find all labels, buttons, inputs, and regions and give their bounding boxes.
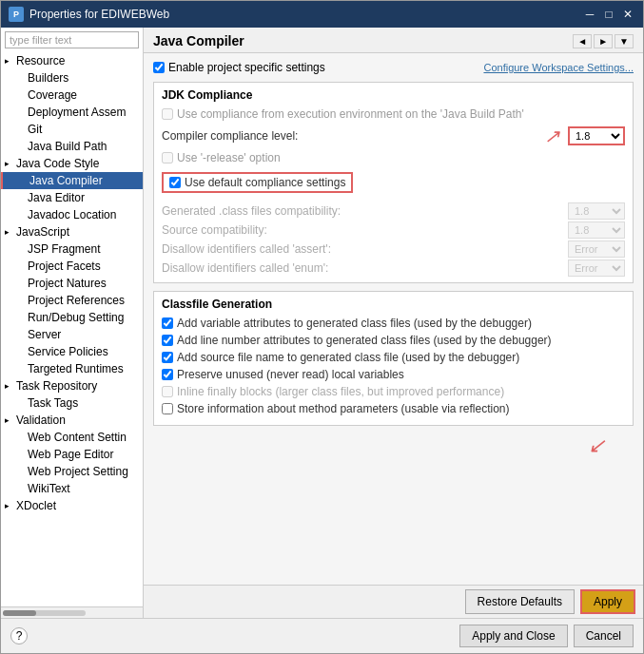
- store-info-checkbox[interactable]: [162, 403, 173, 414]
- generated-dropdown[interactable]: 1.8: [568, 202, 625, 220]
- use-release-checkbox[interactable]: [162, 152, 173, 164]
- restore-defaults-button[interactable]: Restore Defaults: [465, 589, 575, 614]
- window-icon: P: [9, 7, 24, 22]
- apply-button[interactable]: Apply: [580, 589, 635, 614]
- sidebar-item-label: Web Content Settin: [28, 431, 127, 444]
- sidebar-item-java-editor[interactable]: Java Editor: [1, 189, 143, 206]
- sidebar-item-task-tags[interactable]: Task Tags: [1, 394, 143, 412]
- disallow-enum-label: Disallow identifiers called 'enum':: [162, 260, 560, 277]
- minimize-button[interactable]: ─: [582, 7, 597, 22]
- back-button[interactable]: ◄: [573, 34, 592, 48]
- content-header: Java Compiler ◄ ► ▼: [144, 28, 643, 53]
- enable-row: Enable project specific settings Configu…: [153, 61, 634, 74]
- window-controls: ─ □ ✕: [582, 7, 635, 22]
- chevron-icon: ▸: [5, 501, 14, 510]
- sidebar-item-label: JavaScript: [16, 225, 69, 239]
- use-default-compliance-row: Use default compliance settings: [162, 172, 353, 193]
- classfile-title: Classfile Generation: [162, 298, 625, 311]
- add-line-checkbox[interactable]: [162, 335, 173, 346]
- use-compliance-row: Use compliance from execution environmen…: [162, 107, 625, 121]
- sidebar-item-label: WikiText: [28, 482, 70, 495]
- add-variable-label: Add variable attributes to generated cla…: [177, 317, 532, 330]
- add-source-checkbox[interactable]: [162, 352, 173, 363]
- sidebar-item-builders[interactable]: Builders: [1, 69, 143, 87]
- jdk-compliance-section: JDK Compliance Use compliance from execu…: [153, 82, 634, 283]
- generated-label: Generated .class files compatibility:: [162, 202, 560, 220]
- source-dropdown[interactable]: 1.8: [568, 221, 625, 239]
- sidebar-item-java-code-style[interactable]: ▸ Java Code Style: [1, 155, 143, 172]
- configure-workspace-link[interactable]: Configure Workspace Settings...: [483, 62, 634, 73]
- sidebar-item-jsp-fragment[interactable]: JSP Fragment: [1, 240, 143, 258]
- cancel-button[interactable]: Cancel: [574, 625, 634, 647]
- sidebar-item-validation[interactable]: ▸ Validation: [1, 412, 143, 429]
- enable-specific-checkbox[interactable]: [153, 62, 165, 73]
- sidebar-item-web-project-setting[interactable]: Web Project Setting: [1, 463, 143, 480]
- sidebar-item-label: Javadoc Location: [28, 208, 116, 221]
- add-variable-checkbox[interactable]: [162, 317, 173, 329]
- sidebar-item-git[interactable]: Git: [1, 121, 143, 138]
- filter-input[interactable]: [5, 31, 139, 48]
- footer-buttons: Apply and Close Cancel: [459, 625, 634, 647]
- sidebar-item-service-policies[interactable]: Service Policies: [1, 343, 143, 360]
- sidebar-item-server[interactable]: Server: [1, 326, 143, 343]
- sidebar-item-label: Java Build Path: [28, 140, 107, 153]
- sidebar-item-project-facets[interactable]: Project Facets: [1, 258, 143, 275]
- preserve-unused-checkbox[interactable]: [162, 369, 173, 380]
- maximize-button[interactable]: □: [601, 7, 616, 22]
- title-bar: P Properties for EDIWEBWeb ─ □ ✕: [1, 1, 643, 28]
- classfile-option-2: Add source file name to generated class …: [162, 351, 625, 364]
- inline-finally-checkbox[interactable]: [162, 386, 173, 397]
- sidebar-item-project-natures[interactable]: Project Natures: [1, 275, 143, 292]
- sidebar-item-web-content[interactable]: Web Content Settin: [1, 429, 143, 446]
- sidebar-item-wikitext[interactable]: WikiText: [1, 480, 143, 497]
- sidebar-item-project-references[interactable]: Project References: [1, 292, 143, 309]
- help-button[interactable]: ?: [10, 627, 28, 644]
- sidebar-item-label: Git: [28, 123, 42, 136]
- use-release-label: Use '-release' option: [177, 151, 625, 164]
- sidebar-item-xdoclet[interactable]: ▸ XDoclet: [1, 497, 143, 514]
- use-compliance-label: Use compliance from execution environmen…: [177, 107, 625, 121]
- sidebar-item-java-build-path[interactable]: Java Build Path: [1, 138, 143, 155]
- compiler-compliance-dropdown[interactable]: 1.8 11 17: [568, 126, 625, 145]
- use-default-checkbox[interactable]: [169, 177, 181, 188]
- chevron-icon: ▸: [5, 159, 14, 168]
- sidebar-item-label: Web Project Setting: [28, 465, 128, 478]
- chevron-icon: ▸: [5, 56, 14, 66]
- forward-button[interactable]: ►: [594, 34, 613, 48]
- footer-bar: ? Apply and Close Cancel: [1, 618, 643, 653]
- classfile-option-1: Add line number attributes to generated …: [162, 334, 625, 347]
- classfile-option-4: Inline finally blocks (larger class file…: [162, 385, 625, 398]
- disallow-assert-label: Disallow identifiers called 'assert':: [162, 240, 560, 258]
- sidebar-item-label: Coverage: [28, 88, 77, 102]
- arrow2-annotation: ↙: [588, 433, 605, 457]
- sidebar-item-deployment[interactable]: Deployment Assem: [1, 104, 143, 121]
- sidebar-item-label: JSP Fragment: [28, 242, 100, 256]
- sidebar-item-javadoc-location[interactable]: Javadoc Location: [1, 206, 143, 223]
- menu-button[interactable]: ▼: [615, 34, 634, 48]
- sidebar-item-targeted-runtimes[interactable]: Targeted Runtimes: [1, 360, 143, 377]
- sidebar-item-label: Server: [28, 328, 61, 341]
- use-compliance-checkbox[interactable]: [162, 108, 173, 120]
- sidebar-item-label: Project Natures: [28, 277, 107, 290]
- sidebar-item-run-debug[interactable]: Run/Debug Setting: [1, 309, 143, 326]
- sidebar-item-coverage[interactable]: Coverage: [1, 87, 143, 104]
- sidebar-item-web-page-editor[interactable]: Web Page Editor: [1, 446, 143, 463]
- sidebar-item-resource[interactable]: ▸ Resource: [1, 52, 143, 69]
- sidebar-item-label: Task Tags: [28, 396, 78, 410]
- add-line-label: Add line number attributes to generated …: [177, 334, 552, 347]
- sidebar-scrollbar[interactable]: [1, 606, 143, 618]
- apply-and-close-button[interactable]: Apply and Close: [459, 625, 567, 647]
- sidebar-item-label: Service Policies: [28, 345, 108, 358]
- sidebar-item-java-compiler[interactable]: Java Compiler: [1, 172, 143, 189]
- sidebar-item-label: Builders: [28, 71, 68, 85]
- sidebar-tree: ▸ Resource Builders Coverage Deployment …: [1, 52, 143, 606]
- sidebar-item-javascript[interactable]: ▸ JavaScript: [1, 223, 143, 240]
- sidebar-item-task-repository[interactable]: ▸ Task Repository: [1, 377, 143, 394]
- sidebar-item-label: Project Facets: [28, 260, 101, 273]
- sidebar-item-label: Java Editor: [28, 191, 85, 204]
- sidebar-item-label: Web Page Editor: [28, 448, 114, 461]
- disallow-assert-dropdown[interactable]: Error: [568, 240, 625, 258]
- disallow-enum-dropdown[interactable]: Error: [568, 260, 625, 277]
- content-area: Java Compiler ◄ ► ▼ Enable project speci…: [144, 28, 643, 618]
- close-button[interactable]: ✕: [620, 7, 635, 22]
